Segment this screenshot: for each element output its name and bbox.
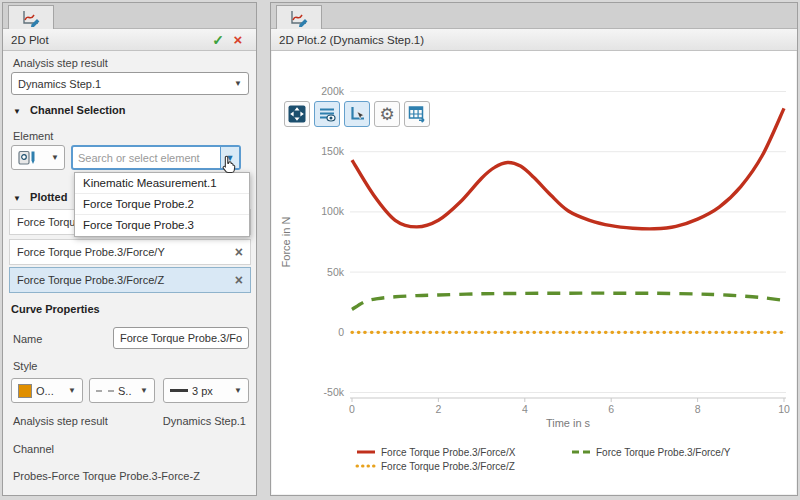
x-tick-label: 10 <box>778 403 790 415</box>
analysis-step-result-value: Dynamics Step.1 <box>163 415 246 427</box>
left-panel-title: 2D Plot <box>11 34 208 46</box>
color-label: O... <box>36 385 60 397</box>
collapse-triangle-icon: ▼ <box>13 194 21 203</box>
plot-view-title: 2D Plot.2 (Dynamics Step.1) <box>279 34 789 46</box>
legend-item: Force Torque Probe.3/Force/Y <box>572 447 731 458</box>
curve-properties-header: Curve Properties <box>11 303 100 315</box>
element-dropdown-list: Kinematic Measurement.1 Force Torque Pro… <box>74 172 250 237</box>
analysis-step-select[interactable]: Dynamics Step.1 ▼ <box>11 72 249 95</box>
x-tick-label: 2 <box>435 403 441 415</box>
chevron-down-icon: ▼ <box>140 386 148 395</box>
plot-view-panel: 2D Plot.2 (Dynamics Step.1) <box>270 2 798 496</box>
plotted-label: Plotted <box>30 191 67 203</box>
plotted-channel-row[interactable]: Force Torque Probe.3/Force/Y × <box>9 239 251 265</box>
x-tick-label: 8 <box>695 403 701 415</box>
y-axis-title: Force in N <box>280 217 292 268</box>
2d-plot-icon <box>21 9 41 27</box>
linestyle-sample <box>96 390 114 392</box>
probe-icon <box>17 149 37 167</box>
right-titlebar: 2D Plot.2 (Dynamics Step.1) <box>271 29 797 51</box>
y-tick-label: 200k <box>321 85 345 97</box>
channel-label: Channel <box>13 443 54 455</box>
remove-channel-icon[interactable]: × <box>229 272 243 288</box>
channel-value: Probes-Force Torque Probe.3-Force-Z <box>13 470 200 482</box>
legend-label: Force Torque Probe.3/Force/Z <box>381 461 515 472</box>
legend-item: Force Torque Probe.3/Force/X <box>357 447 516 458</box>
y-tick-label: 100k <box>321 205 345 217</box>
x-axis-title: Time in s <box>546 417 591 429</box>
chevron-down-icon: ▼ <box>68 386 76 395</box>
x-tick-label: 0 <box>349 403 355 415</box>
x-tick-label: 6 <box>608 403 614 415</box>
plotted-channel-label: Force Torque Probe.3/Force/Y <box>17 246 229 258</box>
left-titlebar: 2D Plot ✓ × <box>3 29 256 51</box>
right-tabstrip <box>271 3 797 29</box>
legend-label: Force Torque Probe.3/Force/X <box>381 447 516 458</box>
curve-name-field[interactable]: Force Torque Probe.3/Fo <box>113 327 249 349</box>
chevron-down-icon: ▼ <box>234 386 242 395</box>
y-tick-label: 150k <box>321 145 345 157</box>
left-tabstrip <box>3 3 256 29</box>
element-search-input[interactable] <box>73 147 220 168</box>
y-tick-label: -50k <box>324 386 345 398</box>
2d-plot-icon <box>289 9 309 27</box>
dropdown-item[interactable]: Kinematic Measurement.1 <box>75 173 249 194</box>
curve-width-select[interactable]: 3 px ▼ <box>163 378 249 403</box>
legend-item: Force Torque Probe.3/Force/Z <box>357 461 515 472</box>
chevron-down-icon: ▼ <box>234 79 242 88</box>
linewidth-sample <box>170 389 188 392</box>
series-curve <box>352 108 784 229</box>
analysis-step-label: Analysis step result <box>13 57 108 69</box>
plotted-channel-label: Force Torque Probe.3/Force/Z <box>17 274 229 286</box>
channel-selection-label: Channel Selection <box>30 104 125 116</box>
dropdown-item[interactable]: Force Torque Probe.2 <box>75 194 249 215</box>
curve-linestyle-select[interactable]: S... ▼ <box>89 378 155 403</box>
color-swatch <box>18 384 32 398</box>
plotted-channel-row-selected[interactable]: Force Torque Probe.3/Force/Z × <box>9 267 251 293</box>
cursor-icon <box>219 154 239 176</box>
series-curve <box>352 293 784 309</box>
curve-name-value: Force Torque Probe.3/Fo <box>120 332 242 344</box>
plot-definition-panel: 2D Plot ✓ × Analysis step result Dynamic… <box>2 2 257 496</box>
name-label: Name <box>13 333 42 345</box>
analysis-step-result-label: Analysis step result <box>13 415 108 427</box>
chart-canvas: 200k150k100k50k0-50k0246810Force in NTim… <box>272 85 800 491</box>
channel-selection-header[interactable]: ▼ Channel Selection <box>13 104 125 116</box>
remove-channel-icon[interactable]: × <box>229 244 243 260</box>
dropdown-item[interactable]: Force Torque Probe.3 <box>75 215 249 236</box>
element-search-field: ▼ <box>71 145 241 170</box>
chart-background: ⚙ 200k150k100k50k0-50k0246810Force in NT… <box>272 51 796 494</box>
right-tab-2d-plot[interactable] <box>276 5 322 29</box>
style-label: Style <box>13 360 37 372</box>
confirm-button[interactable]: ✓ <box>208 32 228 48</box>
cancel-button[interactable]: × <box>228 31 248 48</box>
y-tick-label: 0 <box>338 326 344 338</box>
element-label: Element <box>13 130 53 142</box>
plotted-header[interactable]: ▼ Plotted <box>13 191 67 203</box>
element-filter-button[interactable]: ▼ <box>11 145 65 170</box>
linewidth-label: 3 px <box>192 385 226 397</box>
linestyle-label: S... <box>118 385 132 397</box>
analysis-step-value: Dynamics Step.1 <box>18 78 230 90</box>
x-tick-label: 4 <box>522 403 528 415</box>
left-tab-2d-plot[interactable] <box>8 5 54 29</box>
y-tick-label: 50k <box>327 266 345 278</box>
collapse-triangle-icon: ▼ <box>13 107 21 116</box>
legend-label: Force Torque Probe.3/Force/Y <box>596 447 731 458</box>
chevron-down-icon: ▼ <box>51 153 59 162</box>
curve-color-select[interactable]: O... ▼ <box>11 378 83 403</box>
